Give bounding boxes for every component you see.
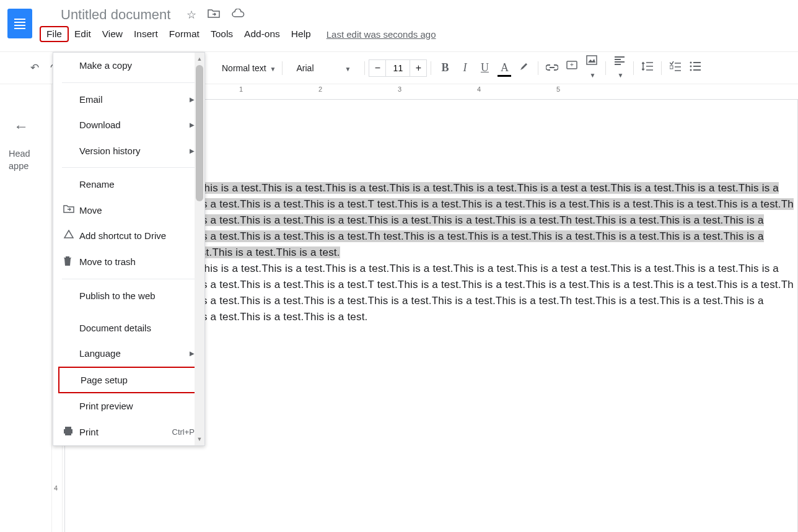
trash-icon <box>63 256 79 268</box>
selected-text: This is a test.This is a test.This is a … <box>156 182 794 258</box>
menu-label: Move <box>79 204 195 217</box>
svg-point-6 <box>690 69 692 71</box>
menu-label: Print preview <box>79 400 195 412</box>
svg-text:+: + <box>570 61 574 68</box>
outline-panel: ← Head appe <box>0 84 52 532</box>
menu-label: Language <box>79 347 190 360</box>
outline-placeholder: Head appe <box>5 147 46 173</box>
italic-button[interactable]: I <box>458 61 471 74</box>
file-menu-dropdown: ▲ ▼ Make a copy Email▶ Download▶ Version… <box>53 52 205 446</box>
underline-button[interactable]: U <box>478 61 491 74</box>
highlight-color-button[interactable] <box>517 61 531 75</box>
svg-point-5 <box>690 66 692 68</box>
paragraph-style-select[interactable]: Normal text▼ <box>219 59 278 77</box>
menu-separator <box>62 82 196 83</box>
font-size-increase[interactable]: + <box>410 59 427 77</box>
insert-image-button[interactable]: ▼ <box>585 55 598 81</box>
add-comment-button[interactable]: + <box>565 61 579 75</box>
font-family-select[interactable]: Arial▼ <box>286 59 361 77</box>
menu-insert[interactable]: Insert <box>128 26 164 42</box>
last-edit-link[interactable]: Last edit was seconds ago <box>327 29 436 40</box>
bulleted-list-button[interactable] <box>688 61 702 74</box>
menu-label: Email <box>79 94 190 106</box>
line-spacing-button[interactable] <box>641 61 654 74</box>
menu-label: Page setup <box>81 374 190 386</box>
header: Untitled document ☆ File Edit View Inser… <box>0 0 798 52</box>
menu-make-a-copy[interactable]: Make a copy <box>53 53 204 79</box>
cloud-status-icon[interactable] <box>231 9 245 22</box>
menu-file[interactable]: File <box>40 26 69 42</box>
menu-label: Document details <box>79 322 195 334</box>
menu-addons[interactable]: Add-ons <box>239 26 286 42</box>
menu-move[interactable]: Move <box>53 198 204 224</box>
ruler-number: 2 <box>318 85 322 93</box>
menu-separator <box>62 279 196 279</box>
menu-help[interactable]: Help <box>286 26 317 42</box>
menu-tools[interactable]: Tools <box>205 26 239 42</box>
ruler-number: 4 <box>54 484 58 492</box>
submenu-arrow-icon: ▶ <box>190 147 195 154</box>
menu-print-preview[interactable]: Print preview <box>53 393 204 419</box>
ruler-number: 3 <box>398 85 401 93</box>
menu-download[interactable]: Download▶ <box>53 112 204 138</box>
bold-button[interactable]: B <box>438 61 452 74</box>
menu-label: Print <box>79 426 172 438</box>
menu-document-details[interactable]: Document details <box>53 315 204 341</box>
menu-separator <box>62 167 196 168</box>
menu-print[interactable]: PrintCtrl+P <box>53 419 204 445</box>
menu-publish-to-web[interactable]: Publish to the web <box>53 283 204 309</box>
menu-language[interactable]: Language▶ <box>53 341 204 367</box>
body-text: This is a test.This is a test.This is a … <box>156 263 794 323</box>
menu-version-history[interactable]: Version history▶ <box>53 138 204 164</box>
menu-move-to-trash[interactable]: Move to trash <box>53 249 204 275</box>
menu-format[interactable]: Format <box>164 26 205 42</box>
align-button[interactable]: ▼ <box>613 56 626 81</box>
menu-view[interactable]: View <box>97 26 128 42</box>
insert-link-button[interactable] <box>545 62 559 74</box>
submenu-arrow-icon: ▶ <box>190 96 195 103</box>
move-folder-icon[interactable] <box>208 9 220 22</box>
menu-label: Download <box>79 119 190 131</box>
outline-line: Head <box>9 149 30 159</box>
collapse-outline-icon[interactable]: ← <box>14 118 46 135</box>
svg-rect-3 <box>670 66 673 69</box>
menu-label: Add shortcut to Drive <box>79 230 195 242</box>
outline-line: appe <box>9 161 28 171</box>
font-size-control: − + <box>369 59 427 77</box>
menu-email[interactable]: Email▶ <box>53 87 204 113</box>
menu-label: Version history <box>79 145 190 157</box>
menu-add-shortcut[interactable]: Add shortcut to Drive <box>53 223 204 249</box>
shortcut-label: Ctrl+P <box>172 427 195 437</box>
menu-label: Publish to the web <box>79 290 195 302</box>
font-size-decrease[interactable]: − <box>369 59 386 77</box>
paragraph: This is a test.This is a test.This is a … <box>156 180 797 261</box>
menu-label: Make a copy <box>79 59 195 72</box>
docs-app-icon[interactable] <box>7 9 32 38</box>
menu-page-setup[interactable]: Page setup <box>59 368 195 393</box>
drive-shortcut-icon <box>63 230 79 242</box>
print-icon <box>63 426 79 438</box>
ruler-number: 1 <box>239 85 243 93</box>
menu-edit[interactable]: Edit <box>69 26 97 42</box>
checklist-button[interactable] <box>669 61 682 74</box>
menu-label: Rename <box>79 178 195 191</box>
move-icon <box>63 204 79 216</box>
menubar: File Edit View Insert Format Tools Add-o… <box>40 25 788 43</box>
svg-rect-2 <box>587 56 597 64</box>
font-family-label: Arial <box>296 63 314 73</box>
star-icon[interactable]: ☆ <box>186 8 196 22</box>
submenu-arrow-icon: ▶ <box>190 121 195 128</box>
ruler-number: 5 <box>556 85 560 93</box>
paragraph-style-label: Normal text <box>222 63 266 73</box>
undo-icon[interactable]: ↶ <box>28 61 42 74</box>
menu-rename[interactable]: Rename <box>53 172 204 198</box>
text-color-button[interactable]: A <box>498 61 511 74</box>
page-setup-highlight: Page setup <box>58 367 196 394</box>
document-title[interactable]: Untitled document <box>57 6 174 24</box>
svg-point-4 <box>690 62 692 64</box>
font-size-input[interactable] <box>386 59 410 77</box>
paragraph: This is a test.This is a test.This is a … <box>156 261 797 325</box>
menu-label: Move to trash <box>79 256 195 268</box>
submenu-arrow-icon: ▶ <box>190 350 195 357</box>
ruler-number: 4 <box>477 85 481 93</box>
